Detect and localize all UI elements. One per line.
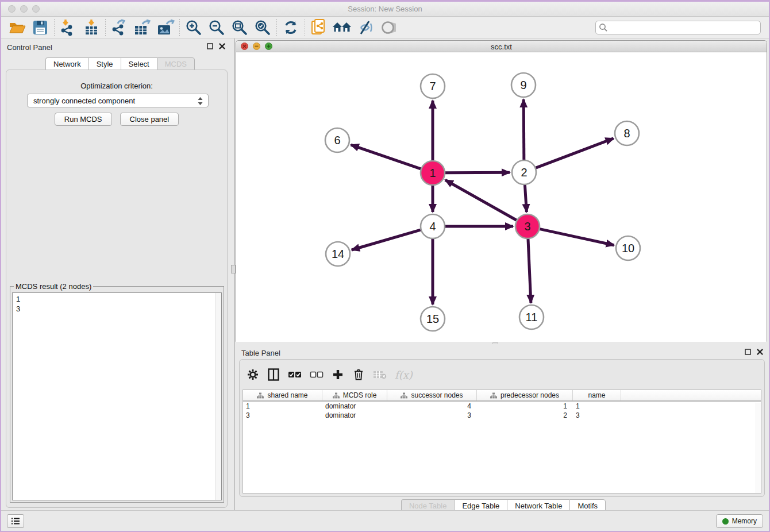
show-all-panels-icon[interactable] xyxy=(330,18,353,37)
function-builder-icon: f(x) xyxy=(395,367,413,383)
result-line: 1 xyxy=(16,294,218,304)
task-history-button[interactable] xyxy=(7,514,24,528)
table-panel-body: f(x) shared nameMCDS rolesuccessor nodes… xyxy=(239,359,765,497)
table-row[interactable]: 3dominator323 xyxy=(243,411,761,420)
table-header-row: shared nameMCDS rolesuccessor nodesprede… xyxy=(243,390,761,402)
graph-edge-3-1[interactable] xyxy=(445,180,517,220)
table-cell[interactable]: 1 xyxy=(243,402,322,411)
table-settings-gear-icon[interactable] xyxy=(247,367,259,383)
mcds-panel: Optimization criterion: strongly connect… xyxy=(6,70,228,508)
graph-node-label: 8 xyxy=(623,127,630,140)
tab-mcds[interactable]: MCDS xyxy=(157,57,195,70)
zoom-out-icon[interactable] xyxy=(205,18,228,37)
window-title: Session: New Session xyxy=(1,5,769,13)
clone-network-icon[interactable] xyxy=(307,18,330,37)
export-table-icon[interactable] xyxy=(131,18,154,37)
column-visibility-icon[interactable] xyxy=(267,367,280,383)
column-type-icon xyxy=(490,392,497,399)
node-table[interactable]: shared nameMCDS rolesuccessor nodesprede… xyxy=(242,390,761,494)
apply-layout-icon[interactable] xyxy=(279,18,302,37)
table-cell[interactable]: 1 xyxy=(573,402,621,411)
zoom-fit-icon[interactable] xyxy=(228,18,251,37)
column-header-name[interactable]: name xyxy=(573,390,621,400)
close-panel-button[interactable]: Close panel xyxy=(120,113,179,126)
graph-node-label: 3 xyxy=(524,220,530,233)
tab-network[interactable]: Network xyxy=(45,57,88,70)
table-cell[interactable]: dominator xyxy=(322,411,387,420)
network-window: scc.txt 7968124314101511 xyxy=(236,40,767,342)
delete-column-icon[interactable] xyxy=(352,367,365,383)
graph-edge-1-6[interactable] xyxy=(351,145,421,169)
main-toolbar xyxy=(1,17,769,38)
panel-splitter[interactable] xyxy=(232,38,235,513)
column-header-MCDS-role[interactable]: MCDS role xyxy=(322,390,387,400)
table-cell[interactable]: 3 xyxy=(573,411,621,420)
open-session-icon[interactable] xyxy=(6,18,29,37)
export-image-icon[interactable] xyxy=(154,18,177,37)
zoom-in-icon[interactable] xyxy=(182,18,205,37)
graph-edge-1-2[interactable] xyxy=(445,172,510,173)
add-column-icon[interactable] xyxy=(332,367,344,383)
graph-node-label: 14 xyxy=(332,248,344,260)
graph-edge-3-10[interactable] xyxy=(540,229,614,245)
graph-node-label: 1 xyxy=(429,167,436,179)
toolbar-separator xyxy=(105,19,106,36)
control-panel: Control Panel NetworkStyleSelectMCDS Opt… xyxy=(1,38,232,513)
import-table-icon[interactable] xyxy=(80,18,103,37)
column-header-shared-name[interactable]: shared name xyxy=(243,390,322,400)
zoom-selected-icon[interactable] xyxy=(251,18,274,37)
export-network-icon[interactable] xyxy=(108,18,131,37)
run-mcds-button[interactable]: Run MCDS xyxy=(55,113,112,126)
preview-eye-icon[interactable] xyxy=(376,18,399,37)
tab-style[interactable]: Style xyxy=(88,57,121,70)
hide-panels-icon[interactable] xyxy=(353,18,376,37)
table-cell[interactable]: 4 xyxy=(387,402,477,411)
table-panel: Table Panel f(x) shared nameMCDS rolesuc… xyxy=(236,344,770,513)
result-scrollbar[interactable] xyxy=(215,293,221,500)
network-canvas[interactable]: 7968124314101511 xyxy=(236,52,767,342)
import-network-icon[interactable] xyxy=(57,18,80,37)
table-scrollbar[interactable] xyxy=(756,403,761,493)
table-cell[interactable]: 3 xyxy=(243,411,322,420)
column-header-successor-nodes[interactable]: successor nodes xyxy=(387,390,477,400)
float-panel-icon[interactable] xyxy=(207,43,213,49)
float-table-panel-icon[interactable] xyxy=(745,349,751,355)
graph-node-label: 6 xyxy=(334,134,340,147)
close-table-panel-icon[interactable] xyxy=(757,349,763,355)
column-type-icon xyxy=(401,392,407,399)
graph-edge-2-8[interactable] xyxy=(536,138,614,168)
search-field[interactable] xyxy=(595,21,761,34)
table-row[interactable]: 1dominator411 xyxy=(243,402,761,411)
graph-edge-2-3[interactable] xyxy=(525,185,526,212)
table-cell[interactable]: 2 xyxy=(477,411,573,420)
select-all-rows-icon[interactable] xyxy=(288,367,302,383)
memory-button[interactable]: Memory xyxy=(716,514,763,528)
toolbar-separator xyxy=(179,19,180,36)
graph-edge-4-14[interactable] xyxy=(352,230,421,250)
table-toolbar: f(x) xyxy=(247,364,413,385)
column-type-icon xyxy=(333,392,340,399)
search-icon xyxy=(599,23,608,32)
network-graph[interactable]: 7968124314101511 xyxy=(236,52,767,342)
table-cell[interactable]: dominator xyxy=(322,402,387,411)
tab-select[interactable]: Select xyxy=(121,57,157,70)
close-panel-icon[interactable] xyxy=(219,43,225,49)
mcds-result-list[interactable]: 13 xyxy=(12,292,222,500)
deselect-all-rows-icon[interactable] xyxy=(310,367,324,383)
network-window-titlebar[interactable]: scc.txt xyxy=(236,41,767,52)
column-header-label: name xyxy=(588,391,605,399)
column-header-predecessor-nodes[interactable]: predecessor nodes xyxy=(477,390,573,400)
list-icon xyxy=(11,517,20,525)
search-input[interactable] xyxy=(595,21,761,34)
splitter-grip[interactable] xyxy=(231,265,236,273)
column-header-label: MCDS role xyxy=(343,391,377,399)
criterion-select[interactable]: strongly connected component xyxy=(27,94,209,107)
optimization-criterion-label: Optimization criterion: xyxy=(6,82,227,90)
graph-edge-3-11[interactable] xyxy=(528,239,531,303)
table-cell[interactable]: 1 xyxy=(477,402,573,411)
graph-edge-2-9[interactable] xyxy=(523,99,524,160)
column-header-label: shared name xyxy=(267,391,307,399)
table-cell[interactable]: 3 xyxy=(387,411,477,420)
toolbar-separator xyxy=(54,19,55,36)
save-session-icon[interactable] xyxy=(29,18,52,37)
